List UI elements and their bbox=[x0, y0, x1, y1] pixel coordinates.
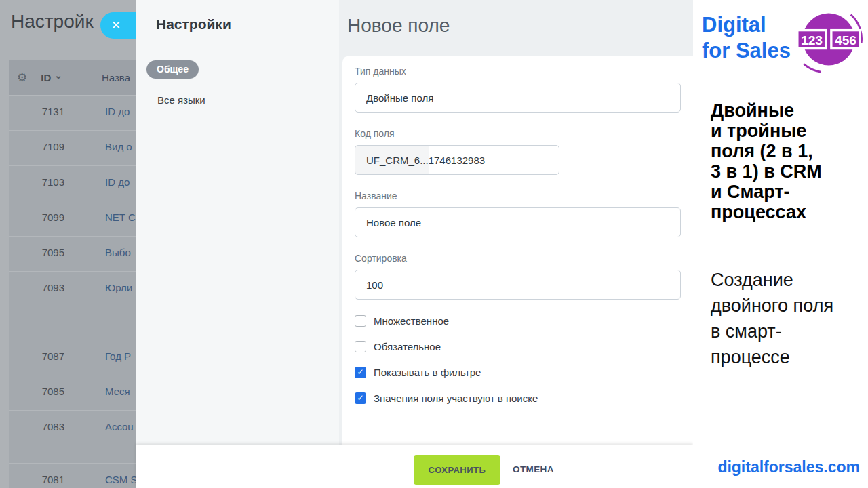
row-name-link: NET C bbox=[105, 211, 136, 223]
row-id: 7083 bbox=[17, 421, 64, 432]
table-row: 7099NET C bbox=[9, 201, 136, 236]
brand-logo-text: Digital for Sales bbox=[702, 12, 791, 64]
checkbox-label-2: Показывать в фильтре bbox=[374, 367, 481, 378]
brand-logo-line1: Digital bbox=[702, 12, 791, 38]
row-id: 7099 bbox=[17, 211, 64, 223]
checkbox-row: Множественное bbox=[355, 313, 693, 328]
save-button[interactable]: СОХРАНИТЬ bbox=[414, 455, 500, 485]
badge-left-text: 123 bbox=[801, 33, 823, 47]
row-id: 7087 bbox=[17, 350, 64, 362]
background-page: Настройк ⚙ ID ⌄ Назва 7131ID до7109Вид о… bbox=[0, 0, 136, 488]
row-name-link: CSM S bbox=[105, 474, 136, 485]
row-id: 7093 bbox=[17, 282, 64, 293]
brand-logo-icon: 123 456 bbox=[795, 5, 863, 76]
row-id: 7109 bbox=[17, 141, 64, 152]
checkbox-0[interactable] bbox=[355, 315, 366, 327]
field-input-2[interactable] bbox=[355, 207, 681, 237]
row-name-link: Меся bbox=[105, 386, 130, 397]
background-table: ⚙ ID ⌄ Назва 7131ID до7109Вид о7103ID до… bbox=[9, 60, 136, 488]
checkbox-row: ✓Значения поля участвуют в поиске bbox=[355, 390, 693, 405]
table-row: 7093Юрли bbox=[9, 271, 136, 340]
tab-general[interactable]: Общее bbox=[146, 60, 199, 79]
close-button[interactable]: ✕ bbox=[100, 12, 136, 39]
subtitle: Создание двойного поля в смарт- процессе bbox=[711, 267, 833, 370]
checkbox-row: Обязательное bbox=[355, 339, 693, 354]
row-id: 7085 bbox=[17, 386, 64, 397]
form-header: Новое поле bbox=[339, 0, 693, 56]
page-title: Новое поле bbox=[339, 0, 693, 37]
tab-all-languages[interactable]: Все языки bbox=[157, 94, 205, 106]
checkbox-label-1: Обязательное bbox=[374, 341, 441, 352]
chevron-down-icon: ⌄ bbox=[54, 70, 62, 81]
form-card: Тип данныхКод поляНазваниеСортировка Мно… bbox=[342, 56, 693, 445]
row-name-link: Юрли bbox=[105, 282, 132, 293]
table-row: 7085Меся bbox=[9, 375, 136, 410]
table-row: 7109Вид о bbox=[9, 130, 136, 165]
form-panel: Новое поле Тип данныхКод поляНазваниеСор… bbox=[339, 0, 693, 488]
field-label-0: Тип данных bbox=[355, 65, 693, 77]
form-fields: Тип данныхКод поляНазваниеСортировка bbox=[355, 65, 693, 300]
form-checkboxes: МножественноеОбязательное✓Показывать в ф… bbox=[355, 313, 693, 405]
row-name-link: ID до bbox=[105, 176, 130, 188]
settings-panel: Настройки Общее Все языки bbox=[136, 0, 339, 488]
field-input-3[interactable] bbox=[355, 270, 681, 300]
row-name-link: ID до bbox=[105, 106, 130, 117]
table-row: 7081CSM S bbox=[9, 463, 136, 488]
column-header-id: ID bbox=[41, 72, 51, 83]
table-row: 7087Год Р bbox=[9, 340, 136, 375]
row-name-link: Вид о bbox=[105, 141, 132, 152]
field-input-0[interactable] bbox=[355, 83, 681, 113]
table-row: 7103ID до bbox=[9, 165, 136, 201]
badge-right-text: 456 bbox=[835, 33, 856, 47]
table-row: 7095Выбо bbox=[9, 236, 136, 271]
checkbox-3[interactable]: ✓ bbox=[355, 392, 366, 404]
checkbox-row: ✓Показывать в фильтре bbox=[355, 365, 693, 380]
row-id: 7095 bbox=[17, 247, 64, 258]
field-label-2: Название bbox=[355, 190, 693, 202]
checkbox-1[interactable] bbox=[355, 341, 366, 352]
close-icon: ✕ bbox=[111, 20, 121, 31]
cancel-button[interactable]: ОТМЕНА bbox=[513, 464, 554, 474]
brand-panel: Digital for Sales 123 456 Двойные и трой… bbox=[693, 0, 868, 488]
screen: Настройк ⚙ ID ⌄ Назва 7131ID до7109Вид о… bbox=[0, 0, 868, 488]
field-input-1[interactable] bbox=[355, 145, 559, 175]
table-row: 7131ID до bbox=[9, 95, 136, 130]
background-table-body: 7131ID до7109Вид о7103ID до7099NET C7095… bbox=[9, 95, 136, 488]
column-header-name: Назва bbox=[102, 72, 130, 83]
row-id: 7103 bbox=[17, 176, 64, 188]
checkbox-label-3: Значения поля участвуют в поиске bbox=[374, 392, 538, 404]
field-label-3: Сортировка bbox=[355, 252, 693, 264]
website-link: digitalforsales.com bbox=[717, 458, 860, 476]
gear-icon: ⚙ bbox=[17, 70, 27, 85]
row-id: 7081 bbox=[17, 474, 64, 485]
settings-panel-title: Настройки bbox=[156, 16, 231, 33]
action-bar: СОХРАНИТЬ ОТМЕНА bbox=[136, 445, 693, 488]
field-label-1: Код поля bbox=[355, 127, 693, 140]
checkbox-2[interactable]: ✓ bbox=[355, 367, 366, 378]
table-header-row: ⚙ ID ⌄ Назва bbox=[9, 60, 136, 95]
row-id: 7131 bbox=[17, 106, 64, 117]
row-name-link: Accou bbox=[105, 421, 134, 432]
row-name-link: Год Р bbox=[105, 350, 131, 362]
table-row: 7083Accou bbox=[9, 410, 136, 463]
headline: Двойные и тройные поля (2 в 1, 3 в 1) в … bbox=[711, 100, 822, 222]
row-name-link: Выбо bbox=[105, 247, 131, 258]
brand-logo-line2: for Sales bbox=[702, 38, 791, 64]
checkbox-label-0: Множественное bbox=[374, 315, 449, 327]
